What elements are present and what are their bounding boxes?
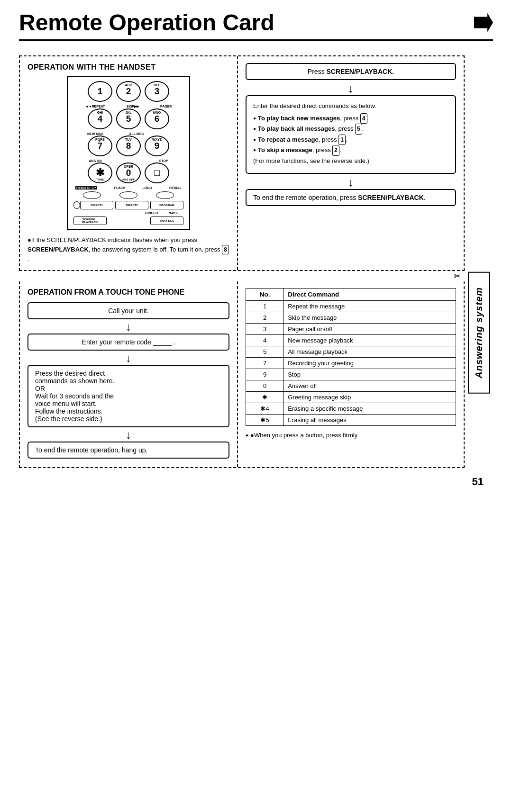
key-1-box: 1 <box>338 135 346 145</box>
key-6-num: 6 <box>155 114 160 124</box>
key-0-bot: ANS OFF <box>122 178 135 181</box>
key-0[interactable]: OPER 0 ANS OFF <box>116 162 141 183</box>
label-stop: STOP <box>159 159 168 162</box>
direct1-btn[interactable]: DIRECT1 <box>80 201 113 209</box>
screen-row: SCREEN/PLAYBACK 2WAY REC <box>73 217 183 225</box>
key-hash-sym: □ <box>154 168 159 178</box>
key-5[interactable]: JKL 5 <box>116 108 141 129</box>
screen-playback-btn[interactable]: SCREEN/PLAYBACK <box>73 217 107 225</box>
table-cell-cmd: Erasing all messages <box>284 415 456 426</box>
key-hash[interactable]: □ <box>145 162 169 183</box>
oval-buttons-row <box>73 191 183 199</box>
page-title: Remote Operation Card <box>19 9 274 36</box>
key-star[interactable]: ✱ TONE <box>88 162 112 183</box>
step1-box: Call your unit. <box>27 302 229 319</box>
program-btn[interactable]: PROGRAM <box>150 201 183 209</box>
cmd-newmsg-text: To play back new messages, press 4. <box>258 113 369 124</box>
col-cmd: Direct Command <box>284 289 456 301</box>
table-cell-no: 4 <box>246 335 284 346</box>
table-cell-cmd: Erasing a specific message <box>284 403 456 415</box>
oval-btn-3[interactable] <box>156 191 174 199</box>
press-screen-box: Press SCREEN/PLAYBACK. <box>246 63 456 80</box>
page-wrapper: Remote Operation Card OPERATION WITH THE… <box>19 9 493 488</box>
key-7-top: PQRS <box>95 138 105 141</box>
key-3[interactable]: DEF 3 <box>145 81 169 102</box>
step3-line3: OR <box>35 385 222 392</box>
key-2-num: 2 <box>126 86 131 97</box>
ringer-labels: RINGER PAUSE <box>73 211 183 215</box>
instructions-box: Enter the desired direct commands as bel… <box>246 95 456 174</box>
step3-box: Press the desired direct commands as sho… <box>27 365 229 427</box>
key-0-top: OPER <box>124 165 133 168</box>
circle-btn[interactable] <box>73 201 80 209</box>
table-cell-no: 1 <box>246 301 284 312</box>
key-5-num: 5 <box>126 114 131 124</box>
label-skip: SKIP▶▶ <box>126 105 138 108</box>
arrow-down-step3: ↓ <box>27 429 229 441</box>
table-panel: No. Direct Command 1Repeat the message2S… <box>238 281 464 467</box>
keypad-row2-labels: NEW MSG ALL MSG <box>73 132 183 135</box>
key-1[interactable]: 1 <box>88 81 112 102</box>
cmd-newmsg: To play back new messages, press 4. <box>253 113 448 124</box>
keypad-row-3: PQRS 7 TUV 8 WXYZ 9 <box>73 135 183 156</box>
arrow-down-step1: ↓ <box>27 321 229 333</box>
direct-btns: DIRECT1 DIRECT2 PROGRAM <box>80 201 183 209</box>
cmd-repeat: To repeat a message, press 1. <box>253 135 448 145</box>
key-9[interactable]: WXYZ 9 <box>145 135 169 156</box>
table-cell-cmd: Skip the message <box>284 312 456 324</box>
handset-note-bold: SCREEN/PLAYBACK <box>27 246 89 253</box>
step3-line4: Wait for 3 seconds and the <box>35 392 222 400</box>
direct2-btn[interactable]: DIRECT2 <box>115 201 148 209</box>
key-6[interactable]: MNO 6 <box>145 108 169 129</box>
tworec-btn[interactable]: 2WAY REC <box>150 217 183 225</box>
handset-panel: OPERATION WITH THE HANDSET 1 ABC 2 <box>20 56 238 270</box>
cmd-allmsg-text: To play back all messages, press 5. <box>258 124 364 134</box>
step3-line1: Press the desired direct <box>35 370 222 377</box>
table-row: 9Stop <box>246 369 456 380</box>
table-row: ✱5Erasing all messages <box>246 415 456 426</box>
table-note: ●When you press a button, press firmly. <box>246 431 456 441</box>
step2-text: Enter your remote code _____ . <box>82 338 175 346</box>
oval-btn-2[interactable] <box>119 191 137 199</box>
bottom-func-labels: REMOTE SP FLASH LOUD REDIAL <box>73 186 183 189</box>
keypad-row-2: GHI 4 JKL 5 MNO 6 <box>73 108 183 129</box>
handset-section-title: OPERATION WITH THE HANDSET <box>27 63 229 72</box>
key-4[interactable]: GHI 4 <box>88 108 112 129</box>
key-4-num: 4 <box>98 114 103 124</box>
end-operation-box: To end the remote operation, press SCREE… <box>246 189 456 206</box>
table-cell-cmd: Recording your greeting <box>284 358 456 369</box>
key-2-top: ABC <box>125 83 132 87</box>
key-8[interactable]: TUV 8 <box>116 135 141 156</box>
key-2[interactable]: ABC 2 <box>116 81 141 102</box>
cmd-allmsg: To play back all messages, press 5. <box>253 124 448 134</box>
page-header: Remote Operation Card <box>19 9 493 41</box>
key-8-boxed: 8 <box>222 245 229 254</box>
side-tab-area: Answering system <box>465 55 493 468</box>
label-flash: FLASH <box>114 186 125 189</box>
key-0-num: 0 <box>126 168 131 178</box>
label-allmsg: ALL MSG <box>129 132 144 135</box>
step3-line5: voice menu will start. <box>35 400 222 407</box>
key-9-num: 9 <box>155 141 160 151</box>
handset-note-text3: . <box>27 255 29 262</box>
keypad: 1 ABC 2 DEF 3 <box>67 76 190 230</box>
table-cell-no: ✱ <box>246 392 284 403</box>
label-loud: LOUD <box>143 186 152 189</box>
label-pause: PAUSE <box>167 211 179 215</box>
table-cell-cmd: Answer off <box>284 380 456 392</box>
bottom-section: OPERATION FROM A TOUCH TONE PHONE Call y… <box>19 281 465 468</box>
table-row: ✱4Erasing a specific message <box>246 403 456 415</box>
key-2-box: 2 <box>332 145 339 155</box>
table-cell-no: 7 <box>246 358 284 369</box>
label-pager: PAGER <box>160 105 172 108</box>
step1-text: Call your unit. <box>108 307 149 315</box>
table-cell-no: ✱5 <box>246 415 284 426</box>
oval-btn-1[interactable] <box>83 191 101 199</box>
key-7[interactable]: PQRS 7 <box>88 135 112 156</box>
label-repeat: ◄◄REPEAT <box>85 105 105 108</box>
handset-note-text: ●If the SCREEN/PLAYBACK indicator flashe… <box>27 236 197 244</box>
table-row: 5All message playback <box>246 346 456 358</box>
table-cell-cmd: Repeat the message <box>284 301 456 312</box>
end-label-text: To end the remote operation, press <box>253 194 358 201</box>
enter-label: Enter the desired direct commands as bel… <box>253 101 448 111</box>
